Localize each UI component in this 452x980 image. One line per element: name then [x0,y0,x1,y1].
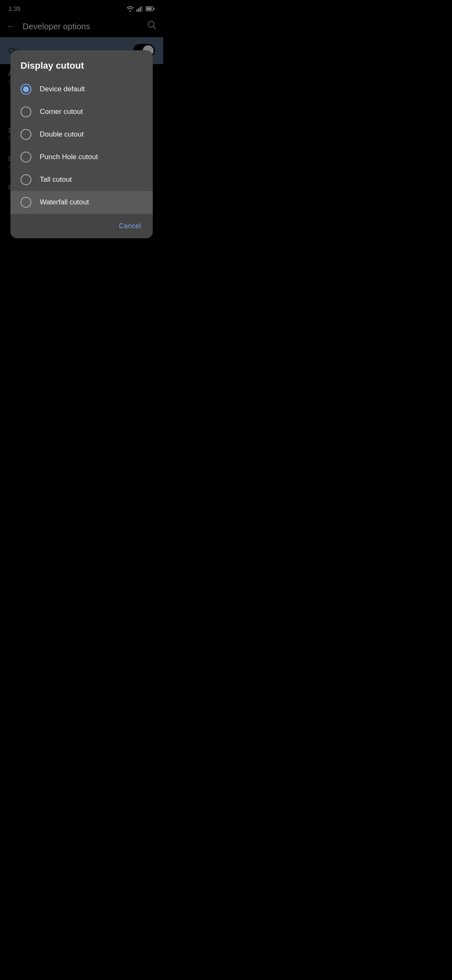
option-punch-hole-cutout[interactable]: Punch Hole cutout [10,146,153,168]
option-label-waterfall-cutout: Waterfall cutout [40,198,89,206]
option-label-tall-cutout: Tall cutout [40,175,72,184]
dialog-title: Display cutout [10,50,153,78]
option-label-double-cutout: Double cutout [40,130,84,139]
option-label-punch-hole-cutout: Punch Hole cutout [40,153,98,161]
option-double-cutout[interactable]: Double cutout [10,123,153,146]
cancel-button[interactable]: Cancel [114,219,146,233]
option-label-corner-cutout: Corner cutout [40,108,83,116]
option-label-device-default: Device default [40,85,85,93]
display-cutout-dialog: Display cutout Device default Corner cut… [10,50,153,238]
option-device-default[interactable]: Device default [10,78,153,101]
radio-waterfall-cutout [21,197,31,208]
dialog-footer: Cancel [10,214,153,238]
option-tall-cutout[interactable]: Tall cutout [10,168,153,191]
radio-inner-device-default [23,86,29,92]
option-waterfall-cutout[interactable]: Waterfall cutout [10,191,153,214]
radio-device-default [21,84,31,95]
dialog-options-list: Device default Corner cutout Double cuto… [10,78,153,214]
radio-tall-cutout [21,174,31,185]
radio-double-cutout [21,129,31,140]
radio-punch-hole-cutout [21,152,31,162]
option-corner-cutout[interactable]: Corner cutout [10,101,153,123]
radio-corner-cutout [21,106,31,117]
dialog-overlay: Display cutout Device default Corner cut… [0,0,163,353]
